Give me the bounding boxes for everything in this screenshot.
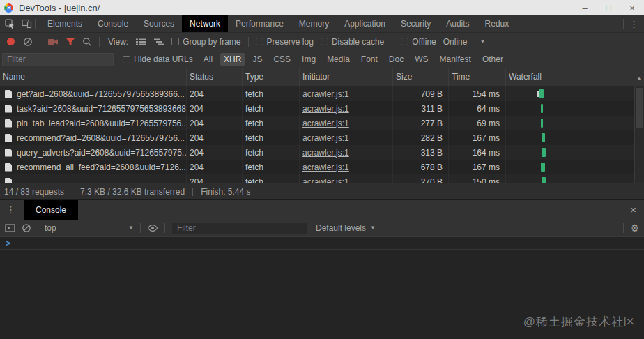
table-row[interactable]: pin_tab_lead?aid=2608&uuid=71265579756..… (0, 116, 644, 130)
initiator-link[interactable]: acrawler.js:1 (302, 177, 349, 183)
table-row[interactable]: recommend_all_feed?aid=2608&uuid=7126...… (0, 160, 644, 174)
initiator-link[interactable]: acrawler.js:1 (302, 89, 349, 99)
console-clear-icon[interactable] (22, 223, 31, 233)
request-name[interactable]: pin_tab_lead?aid=2608&uuid=71265579756..… (17, 119, 187, 128)
waterfall-cell (506, 130, 644, 145)
column-header-name[interactable]: Name (0, 68, 187, 86)
maximize-button[interactable]: □ (597, 0, 620, 15)
filter-funnel-icon[interactable] (66, 38, 75, 46)
view-waterfall-icon[interactable] (153, 38, 164, 46)
waterfall-cell (506, 145, 644, 160)
request-initiator-cell: acrawler.js:1 (300, 174, 393, 183)
request-initiator-cell: acrawler.js:1 (300, 130, 393, 145)
tab-console[interactable]: Console (90, 15, 136, 32)
request-name[interactable]: recommend_all_feed?aid=2608&uuid=7126... (17, 163, 186, 172)
disable-cache-checkbox[interactable]: Disable cache (321, 37, 384, 47)
drawer-close-icon[interactable]: × (630, 204, 644, 216)
table-scrollbar[interactable]: ▲ (634, 68, 644, 183)
inspect-icon[interactable] (5, 19, 15, 29)
table-row[interactable]: recommend?aid=2608&uuid=71265579756... 2… (0, 130, 644, 145)
close-button[interactable]: × (620, 0, 644, 15)
tab-elements[interactable]: Elements (40, 15, 90, 32)
table-row[interactable]: get?aid=2608&uuid=712655797565389366... … (0, 86, 644, 101)
scrollbar-track[interactable] (634, 86, 644, 183)
filter-type-xhr[interactable]: XHR (220, 53, 245, 66)
gear-icon[interactable]: ⚙ (630, 223, 639, 234)
minimize-button[interactable]: – (573, 0, 597, 15)
eye-icon[interactable] (147, 224, 158, 232)
filter-type-img[interactable]: Img (298, 53, 320, 66)
throttling-dropdown[interactable]: Online ▼ (443, 37, 486, 47)
tab-memory[interactable]: Memory (291, 15, 337, 32)
tab-sources[interactable]: Sources (136, 15, 182, 32)
initiator-link[interactable]: acrawler.js:1 (302, 119, 349, 128)
request-name[interactable]: task?aid=2608&uuid=7126557975653893668 (17, 104, 186, 114)
tab-application[interactable]: Application (337, 15, 393, 32)
network-rows: get?aid=2608&uuid=712655797565389366... … (0, 86, 644, 183)
divider (72, 188, 72, 196)
column-header-status[interactable]: Status (187, 68, 243, 86)
search-icon[interactable] (82, 37, 92, 47)
column-header-initiator[interactable]: Initiator (300, 68, 393, 86)
file-icon (5, 119, 12, 128)
table-row[interactable]: query_adverts?aid=2608&uuid=7126557975..… (0, 145, 644, 160)
tab-security[interactable]: Security (393, 15, 438, 32)
column-header-type[interactable]: Type (243, 68, 300, 86)
initiator-link[interactable]: acrawler.js:1 (302, 163, 349, 172)
filter-type-doc[interactable]: Doc (385, 53, 408, 66)
divider (623, 19, 624, 29)
tab-performance[interactable]: Performance (228, 15, 291, 32)
filter-type-media[interactable]: Media (323, 53, 354, 66)
panel-tabs: ElementsConsoleSourcesNetworkPerformance… (40, 15, 516, 32)
scroll-up-icon[interactable]: ▲ (634, 68, 644, 86)
table-row[interactable]: … 204 fetch acrawler.js:1 270 B 150 ms (0, 174, 644, 183)
scrollbar-thumb[interactable] (636, 88, 643, 128)
console-filter-input[interactable] (171, 222, 308, 234)
view-list-icon[interactable] (135, 38, 146, 46)
tab-network[interactable]: Network (182, 15, 228, 32)
drawer-tab-console[interactable]: Console (24, 200, 78, 220)
tab-audits[interactable]: Audits (438, 15, 477, 32)
request-name-cell: get?aid=2608&uuid=712655797565389366... (0, 86, 187, 101)
request-name[interactable]: recommend?aid=2608&uuid=71265579756... (17, 133, 185, 143)
column-header-time[interactable]: Time (449, 68, 506, 86)
drawer-menu-icon[interactable]: ⋮ (0, 204, 24, 215)
request-status: 204 (187, 145, 243, 160)
request-name[interactable]: … (17, 177, 25, 183)
clear-icon[interactable] (23, 37, 33, 47)
column-header-size[interactable]: Size (393, 68, 449, 86)
console-sidebar-icon[interactable] (5, 224, 15, 232)
initiator-link[interactable]: acrawler.js:1 (302, 104, 349, 114)
network-filter-input[interactable] (2, 53, 114, 66)
filter-type-css[interactable]: CSS (269, 53, 295, 66)
filter-type-other[interactable]: Other (478, 53, 507, 66)
context-selector[interactable]: top ▼ (45, 223, 134, 233)
offline-checkbox[interactable]: Offline (401, 37, 436, 47)
request-name[interactable]: get?aid=2608&uuid=712655797565389366... (17, 89, 185, 99)
table-row[interactable]: task?aid=2608&uuid=7126557975653893668 2… (0, 101, 644, 116)
more-options-icon[interactable]: ⋮ (629, 19, 638, 29)
filter-type-ws[interactable]: WS (411, 53, 432, 66)
request-time: 167 ms (449, 160, 506, 174)
request-name[interactable]: query_adverts?aid=2608&uuid=7126557975..… (17, 148, 187, 158)
column-header-waterfall[interactable]: Waterfall (506, 68, 644, 86)
device-toolbar-icon[interactable] (22, 19, 32, 29)
request-time: 164 ms (449, 145, 506, 160)
filter-type-font[interactable]: Font (357, 53, 382, 66)
filter-type-manifest[interactable]: Manifest (436, 53, 475, 66)
filter-type-all[interactable]: All (199, 53, 217, 66)
log-levels-dropdown[interactable]: Default levels ▼ (316, 223, 376, 233)
group-by-frame-checkbox[interactable]: Group by frame (171, 37, 240, 47)
filter-type-js[interactable]: JS (248, 53, 266, 66)
record-button[interactable] (7, 38, 15, 45)
preserve-log-checkbox[interactable]: Preserve log (256, 37, 314, 47)
console-prompt-row[interactable]: > (0, 237, 644, 250)
prompt-chevron-icon: > (6, 239, 10, 248)
initiator-link[interactable]: acrawler.js:1 (302, 148, 349, 158)
screenshot-camera-icon[interactable] (47, 38, 59, 46)
hide-data-urls-checkbox[interactable]: Hide data URLs (123, 54, 193, 64)
tab-redux[interactable]: Redux (477, 15, 517, 32)
network-summary-bar: 14 / 83 requests 7.3 KB / 32.6 KB transf… (0, 183, 644, 199)
initiator-link[interactable]: acrawler.js:1 (302, 133, 349, 143)
network-filter-bar: Hide data URLs AllXHRJSCSSImgMediaFontDo… (0, 50, 644, 68)
